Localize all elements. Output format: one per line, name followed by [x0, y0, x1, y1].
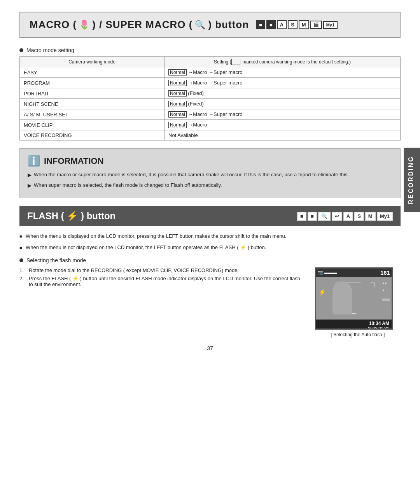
info-title-text: INFORMATION: [44, 156, 104, 166]
info-icon: ℹ️: [28, 155, 40, 167]
header-mode-icons: ■ ■ A S M 🎬 My1: [256, 20, 338, 29]
mode-asm: A/ S/ M, USER SET: [20, 109, 164, 120]
flash-mode-icons: ■ ■ 🔍 ↩ A S M My1: [297, 212, 393, 221]
mode-portrait: PORTRAIT: [20, 88, 164, 99]
info-title: ℹ️ INFORMATION: [28, 155, 392, 167]
setting-night: Normal (Fixed): [164, 99, 401, 109]
flash-mode-back: ↩: [332, 212, 342, 221]
macro-icon: 🌷: [79, 20, 90, 30]
lcd-bottom: 10:34 AM 2003/01/31: [316, 320, 392, 330]
macro-table: Camera working mode Setting ( marked cam…: [19, 56, 401, 140]
step-2-text: Press the FLASH ( ⚡ ) button until the d…: [29, 276, 303, 287]
step-1: 1. Rotate the mode dial to the RECORDING…: [19, 267, 303, 273]
mode-icon-camera1: ■: [256, 20, 265, 29]
flash-mode-search: 🔍: [318, 212, 331, 221]
info-text-2: When super macro is selected, the flash …: [34, 181, 222, 189]
normal-boxed-asm: Normal: [168, 111, 187, 118]
table-row: A/ S/ M, USER SET Normal →Macro →Super m…: [20, 109, 401, 120]
step-2-num: 2.: [19, 276, 26, 281]
col2-header: Setting ( marked camera working mode is …: [164, 57, 401, 67]
flash-mode-camera1: ■: [297, 212, 306, 221]
lcd-body: ⚡ ▪▪ ▪ ▬: [316, 277, 392, 320]
flash-para-2: When the menu is not displayed on the LC…: [19, 244, 401, 252]
info-text-1: When the macro or super macro mode is se…: [34, 171, 349, 179]
lcd-mockup: 📷 ▬▬▬ 161 ⚡ ▪▪ ▪ ▬: [315, 267, 393, 330]
flash-mode-my1: My1: [377, 212, 393, 221]
mode-icon-my1: My1: [323, 21, 338, 29]
lcd-caption: [ Selecting the Auto flash ]: [315, 332, 401, 337]
steps-section: Selecting the flash mode 1. Rotate the m…: [19, 257, 401, 337]
bottom-text: 1. Rotate the mode dial to the RECORDING…: [19, 267, 303, 289]
mode-voice: VOICE RECORDING: [20, 130, 164, 140]
lcd-right-icons: ▪▪ ▪ ▬: [382, 280, 390, 303]
macro-slash: ) / SUPER MACRO (: [92, 19, 192, 31]
information-box: ℹ️ INFORMATION ▶ When the macro or super…: [19, 148, 401, 198]
lcd-image-area: 📷 ▬▬▬ 161 ⚡ ▪▪ ▪ ▬: [315, 267, 401, 337]
person-1: [332, 281, 352, 314]
col1-header: Camera working mode: [20, 57, 164, 67]
selecting-dot: [19, 258, 23, 262]
setting-portrait: Normal (Fixed): [164, 88, 401, 99]
macro-keyword: MACRO (: [30, 19, 77, 31]
mode-night: NIGHT SCENE: [20, 99, 164, 109]
normal-boxed-easy: Normal: [168, 69, 187, 76]
mode-movie: MOVIE CLIP: [20, 120, 164, 130]
flash-mode-camera2: ■: [308, 212, 317, 221]
info-item-2: ▶ When super macro is selected, the flas…: [28, 181, 392, 190]
info-item-1: ▶ When the macro or super macro mode is …: [28, 171, 392, 179]
bottom-area: 1. Rotate the mode dial to the RECORDING…: [19, 267, 401, 337]
page-container: RECORDING MACRO ( 🌷 ) / SUPER MACRO ( 🔍 …: [0, 0, 420, 504]
normal-boxed-program: Normal: [168, 80, 187, 86]
flash-section-header: FLASH ( ⚡ ) button ■ ■ 🔍 ↩ A S M My1: [19, 206, 401, 226]
super-macro-icon: 🔍: [195, 20, 206, 30]
flash-para-1: When the menu is displayed on the LCD mo…: [19, 232, 401, 241]
table-row: EASY Normal →Macro →Super macro: [20, 67, 401, 78]
default-marker: [231, 59, 240, 65]
flash-mode-s: S: [354, 212, 364, 221]
step-1-num: 1.: [19, 267, 26, 273]
setting-program: Normal →Macro →Super macro: [164, 78, 401, 88]
info-arrow-1: ▶: [28, 171, 32, 179]
lcd-top-bar: 📷 ▬▬▬ 161: [316, 269, 392, 277]
macro-bullet: Macro mode setting: [19, 47, 401, 53]
mode-icon-movie: 🎬: [310, 21, 322, 29]
normal-boxed-portrait: Normal: [168, 90, 187, 97]
mode-icon-camera2: ■: [266, 20, 276, 29]
table-row: PORTRAIT Normal (Fixed): [20, 88, 401, 99]
mode-easy: EASY: [20, 67, 164, 78]
persons: [332, 281, 375, 314]
bullet-dot: [19, 48, 23, 52]
table-header-row: Camera working mode Setting ( marked cam…: [20, 57, 401, 67]
page-header: MACRO ( 🌷 ) / SUPER MACRO ( 🔍 ) button ■…: [19, 12, 401, 38]
mode-icon-s: S: [288, 20, 298, 29]
lcd-camera-icon: 📷 ▬▬▬: [318, 270, 337, 275]
flash-mode-a: A: [343, 212, 353, 221]
normal-boxed-movie: Normal: [168, 122, 187, 128]
macro-button-label: ) button: [208, 19, 249, 31]
normal-boxed-night: Normal: [168, 101, 187, 107]
table-row: PROGRAM Normal →Macro →Super macro: [20, 78, 401, 88]
step-2: 2. Press the FLASH ( ⚡ ) button until th…: [19, 276, 303, 287]
flash-para-1-text: When the menu is displayed on the LCD mo…: [26, 233, 286, 239]
flash-title-text: FLASH ( ⚡ ) button: [27, 211, 116, 221]
person-2: [356, 281, 375, 314]
macro-bullet-label: Macro mode setting: [26, 47, 74, 53]
selecting-label: Selecting the flash mode: [26, 257, 86, 263]
info-arrow-2: ▶: [28, 182, 32, 190]
lcd-date: 2003/01/31: [318, 326, 389, 330]
setting-movie: Normal →Macro: [164, 120, 401, 130]
lcd-count: 161: [380, 269, 390, 276]
setting-voice: Not Available: [164, 130, 401, 140]
step-1-text: Rotate the mode dial to the RECORDING ( …: [29, 267, 239, 273]
mode-icon-a: A: [277, 20, 287, 29]
flash-title: FLASH ( ⚡ ) button: [27, 211, 116, 221]
table-row: NIGHT SCENE Normal (Fixed): [20, 99, 401, 109]
macro-section: Macro mode setting Camera working mode S…: [19, 47, 401, 140]
setting-asm: Normal →Macro →Super macro: [164, 109, 401, 120]
selecting-bullet: Selecting the flash mode: [19, 257, 401, 263]
flash-indicator: ⚡: [318, 288, 326, 296]
table-row: MOVIE CLIP Normal →Macro: [20, 120, 401, 130]
mode-program: PROGRAM: [20, 78, 164, 88]
flash-mode-m: M: [365, 212, 376, 221]
mode-icon-m: M: [299, 20, 309, 29]
